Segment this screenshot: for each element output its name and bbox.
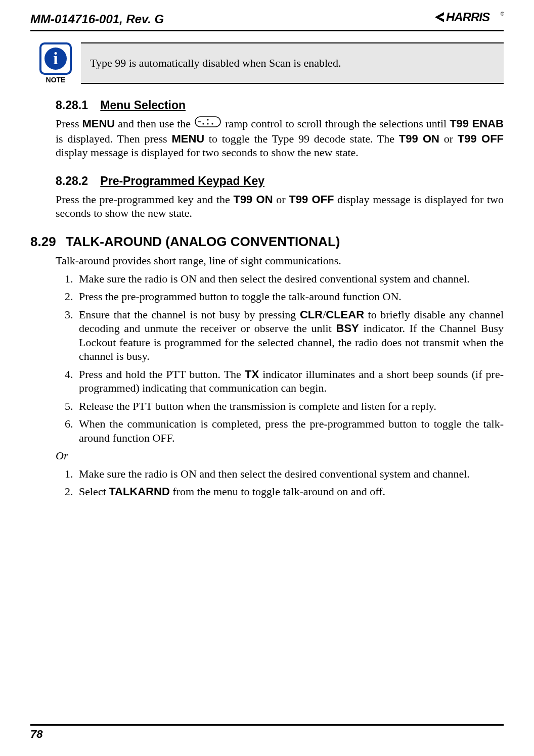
page-header: MM-014716-001, Rev. G HARRIS ® xyxy=(30,10,504,31)
paragraph: Press the pre-programmed key and the T99… xyxy=(56,193,504,220)
text: Select xyxy=(79,485,109,498)
registered-mark: ® xyxy=(501,11,504,17)
heading-title: Pre-Programmed Keypad Key xyxy=(100,174,264,187)
list-item: Release the PTT button when the transmis… xyxy=(76,399,504,413)
harris-logo-icon: HARRIS xyxy=(435,10,501,24)
text: and then use the xyxy=(115,117,194,130)
list-item: Press the pre-programmed button to toggl… xyxy=(76,290,504,304)
key-bsy: BSY xyxy=(336,322,359,335)
heading-number: 8.28.1 xyxy=(56,99,88,112)
page-number: 78 xyxy=(30,728,504,741)
text: Press the pre-programmed key and the xyxy=(56,193,233,206)
key-menu: MENU xyxy=(82,117,115,130)
text: from the menu to toggle talk-around on a… xyxy=(170,485,385,498)
text: or xyxy=(439,132,458,145)
key-tx: TX xyxy=(245,368,259,381)
key-t99-off: T99 OFF xyxy=(458,132,504,145)
heading-8-28-2: 8.28.2 Pre-Programmed Keypad Key xyxy=(56,174,504,188)
step-list-b: Make sure the radio is ON and then selec… xyxy=(56,467,504,499)
key-clr: CLR xyxy=(300,308,323,321)
key-t99-enab: T99 ENAB xyxy=(450,117,504,130)
info-icon: i xyxy=(39,42,72,75)
note-icon-cell: i NOTE xyxy=(30,42,81,84)
svg-point-5 xyxy=(207,119,209,121)
svg-point-4 xyxy=(212,123,213,125)
text: Ensure that the channel is not busy by p… xyxy=(79,308,300,321)
text: Press and hold the PTT button. The xyxy=(79,368,245,381)
text: to toggle the Type 99 decode state. The xyxy=(204,132,399,145)
doc-id: MM-014716-001, Rev. G xyxy=(30,12,164,26)
heading-title: TALK-AROUND (ANALOG CONVENTIONAL) xyxy=(66,234,340,249)
heading-title: Menu Selection xyxy=(100,99,186,112)
text: or xyxy=(273,193,289,206)
step-list-a: Make sure the radio is ON and then selec… xyxy=(56,272,504,445)
heading-8-28-1: 8.28.1 Menu Selection xyxy=(56,98,504,113)
note-text: Type 99 is automatically disabled when S… xyxy=(81,42,504,84)
info-icon-letter: i xyxy=(45,48,67,70)
key-menu: MENU xyxy=(171,132,204,145)
svg-text:HARRIS: HARRIS xyxy=(446,10,490,24)
key-t99-on: T99 ON xyxy=(399,132,439,145)
paragraph: Talk-around provides short range, line o… xyxy=(56,254,504,268)
brand-logo: HARRIS ® xyxy=(435,10,504,28)
svg-point-3 xyxy=(207,123,209,125)
svg-point-2 xyxy=(203,123,204,125)
list-item: When the communication is completed, pre… xyxy=(76,417,504,445)
list-item: Press and hold the PTT button. The TX in… xyxy=(76,367,504,395)
list-item: Select TALKARND from the menu to toggle … xyxy=(76,485,504,499)
body-content: 8.28.1 Menu Selection Press MENU and the… xyxy=(30,98,504,499)
or-separator: Or xyxy=(56,449,504,463)
note-label: NOTE xyxy=(46,76,66,84)
ramp-control-icon xyxy=(195,116,221,131)
text: Press xyxy=(56,117,82,130)
list-item: Ensure that the channel is not busy by p… xyxy=(76,308,504,363)
paragraph: Press MENU and then use the ramp control… xyxy=(56,117,504,160)
key-clear: CLEAR xyxy=(326,308,364,321)
list-item: Make sure the radio is ON and then selec… xyxy=(76,467,504,481)
footer-rule xyxy=(30,724,504,726)
key-t99-on: T99 ON xyxy=(233,193,273,206)
text: is displayed. Then press xyxy=(56,132,171,145)
note-callout: i NOTE Type 99 is automatically disabled… xyxy=(30,42,504,84)
text: display message is displayed for two sec… xyxy=(56,146,359,159)
key-t99-off: T99 OFF xyxy=(289,193,334,206)
heading-number: 8.29 xyxy=(30,234,56,249)
list-item: Make sure the radio is ON and then selec… xyxy=(76,272,504,286)
page-footer: 78 xyxy=(30,724,504,741)
heading-number: 8.28.2 xyxy=(56,174,88,187)
heading-8-29: 8.29 TALK-AROUND (ANALOG CONVENTIONAL) xyxy=(30,233,504,250)
text: ramp control to scroll through the selec… xyxy=(222,117,450,130)
key-talkarnd: TALKARND xyxy=(109,485,170,498)
